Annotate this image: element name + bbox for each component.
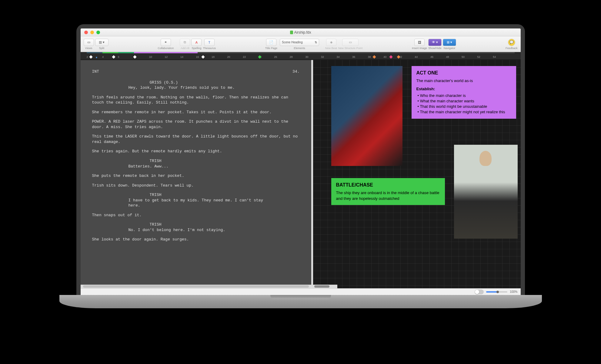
script-char: GRISS (O.S.): [92, 80, 300, 85]
script-dialog: Hey, look, lady. Your friends sold you t…: [92, 85, 300, 91]
ruler-tick: 12: [165, 55, 180, 58]
script-char: TRISH: [92, 192, 300, 198]
maximize-window-button[interactable]: [96, 31, 100, 34]
beat-board-ruler[interactable]: 2468101214161820222426283032343638404244…: [81, 52, 521, 60]
navigator-button[interactable]: ⊞ ▾: [443, 39, 456, 46]
close-window-button[interactable]: [84, 31, 88, 34]
ruler-tick: 36: [352, 55, 368, 58]
zoom-slider[interactable]: [486, 291, 507, 293]
card-bullet: • That the main character might not yet …: [418, 109, 511, 115]
ruler-tick: 14: [180, 55, 196, 58]
ruler-tick: 20: [227, 55, 243, 58]
ruler-tick: 44: [415, 55, 430, 58]
elements-label: Elements: [294, 47, 305, 50]
script-dialog: I have to get back to my kids. They need…: [92, 198, 300, 208]
thesaurus-button[interactable]: T: [204, 39, 215, 46]
script-char: TRISH: [92, 222, 300, 227]
show-hide-label: Show/Hide: [428, 47, 442, 50]
title-page-label: Title Page: [265, 47, 277, 50]
ruler-tick: 42: [399, 55, 415, 58]
spelling-button[interactable]: A: [191, 39, 202, 46]
script-dialog: No. I don't belong here. I'm not staying…: [92, 227, 300, 233]
add-alt-label: Add Alt: [181, 47, 189, 50]
window-title: Airship.fdx: [294, 30, 311, 35]
card-bullet: • Who the main character is: [418, 93, 511, 98]
board-card-battle[interactable]: BATTLE/CHASE The ship they are onboard i…: [331, 178, 445, 205]
elements-dropdown[interactable]: Scene Heading ⇅: [280, 39, 319, 46]
board-card-act-one[interactable]: ACT ONE The main character's world as-is…: [412, 66, 516, 119]
ruler-tick: 30: [305, 55, 321, 58]
ruler-tick: 52: [477, 55, 493, 58]
show-hide-button[interactable]: 👁 ▾: [428, 39, 442, 46]
ruler-tick: 32: [321, 55, 337, 58]
feedback-label: Feedback: [506, 47, 518, 50]
script-dialog: Batteries. Aww...: [92, 164, 300, 169]
ruler-tick: 34: [337, 55, 352, 58]
toolbar: ▭ Views ▥ ▾ Split ⚭ Collaboration: [81, 36, 521, 52]
zoom-level: 100%: [510, 290, 518, 293]
minimize-window-button[interactable]: [90, 31, 94, 34]
beat-board-pane[interactable]: ACT ONE The main character's world as-is…: [313, 60, 521, 288]
insert-image-button[interactable]: 🖼: [414, 39, 425, 46]
board-image-card[interactable]: [454, 145, 518, 239]
new-structure-point-button[interactable]: ▭: [342, 39, 359, 46]
view-toggle[interactable]: [475, 290, 484, 294]
thesaurus-label: Thesaurus: [203, 47, 216, 50]
ruler-tick: 46: [430, 55, 446, 58]
ruler-tick: 50: [462, 55, 477, 58]
new-beat-button[interactable]: ◈: [326, 39, 336, 46]
ruler-tick: 28: [290, 55, 306, 58]
split-label: Split: [99, 47, 105, 50]
card-bullet: • That this world might be unsustainable: [418, 104, 511, 109]
script-editor-pane[interactable]: INT 34. GRISS (O.S.)Hey, look, lady. You…: [81, 60, 311, 288]
title-page-button[interactable]: 📄: [266, 39, 276, 46]
views-label: Views: [85, 47, 92, 50]
card-bullet: • What the main character wants: [418, 98, 511, 104]
window-titlebar: Airship.fdx: [81, 28, 521, 36]
views-button[interactable]: ▭: [84, 39, 94, 46]
ruler-tick: 18: [212, 55, 227, 58]
script-action: She looks at the door again. Rage surges…: [92, 237, 300, 242]
card-subtitle: The main character's world as-is: [416, 78, 511, 84]
playhead-marker-icon[interactable]: ▾: [96, 56, 97, 59]
script-action: She remembers the remote in her pocket. …: [92, 110, 300, 115]
script-action: Then snaps out of it.: [92, 213, 300, 218]
card-body: The ship they are onboard is in the midd…: [336, 190, 440, 201]
card-establish-label: Establish:: [416, 86, 511, 92]
ruler-tick: 48: [446, 55, 462, 58]
ruler-tick: 6: [118, 55, 134, 58]
script-action: This time the LASER crawls toward the do…: [92, 134, 300, 144]
insert-image-label: Insert Image: [412, 47, 427, 50]
script-action: Trish sits down. Despondent. Tears well …: [92, 183, 300, 188]
page-number: 34.: [292, 69, 299, 74]
add-alt-button[interactable]: ⧉: [180, 39, 190, 46]
dropdown-chevron-icon: ⇅: [315, 41, 317, 44]
horizontal-scrollbar[interactable]: [313, 285, 337, 288]
script-action: She puts the remote back in her pocket.: [92, 173, 300, 179]
script-action: She tries again. But the remote hardly e…: [92, 149, 300, 154]
ruler-tick: 22: [243, 55, 259, 58]
ruler-tick: 10: [149, 55, 165, 58]
scene-heading: INT: [92, 69, 99, 74]
script-action: Trish feels around the room. Nothing on …: [92, 95, 300, 105]
new-structure-point-label: New Structure Point: [338, 47, 362, 50]
board-image-card[interactable]: [331, 66, 402, 166]
split-button[interactable]: ▥ ▾: [95, 39, 109, 46]
collaboration-label: Collaboration: [158, 47, 174, 50]
script-char: TRISH: [92, 158, 300, 164]
feedback-button[interactable]: 💬: [508, 39, 515, 46]
elements-selected: Scene Heading: [282, 41, 302, 44]
status-bar: 100%: [81, 288, 521, 295]
navigator-label: Navigator: [444, 47, 456, 50]
card-title: BATTLE/CHASE: [336, 182, 440, 188]
spelling-label: Spelling: [192, 47, 201, 50]
app-window: Airship.fdx ▭ Views ▥ ▾ Split: [81, 28, 521, 295]
collaboration-button[interactable]: ⚭: [161, 39, 171, 46]
script-action: POWER. A RED laser ZAPS across the room.…: [92, 119, 300, 130]
new-beat-label: New Beat: [325, 47, 337, 50]
card-title: ACT ONE: [416, 70, 511, 76]
ruler-tick: 54: [493, 55, 509, 58]
document-icon: [290, 31, 293, 34]
horizontal-scrollbar[interactable]: [81, 285, 311, 288]
ruler-tick: 26: [274, 55, 290, 58]
